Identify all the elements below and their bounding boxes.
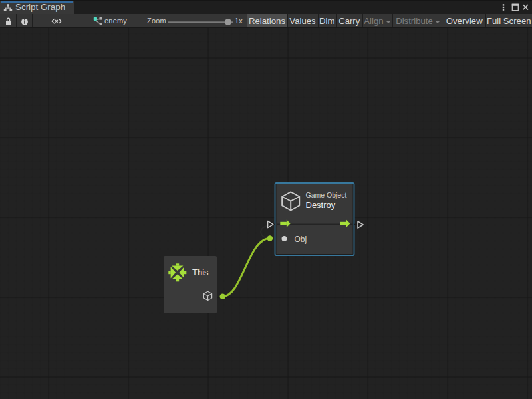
svg-text:Destroy: Destroy bbox=[306, 200, 336, 210]
svg-text:This: This bbox=[192, 267, 209, 277]
svg-text:Obj: Obj bbox=[295, 235, 307, 244]
svg-text:Game Object: Game Object bbox=[306, 191, 347, 199]
